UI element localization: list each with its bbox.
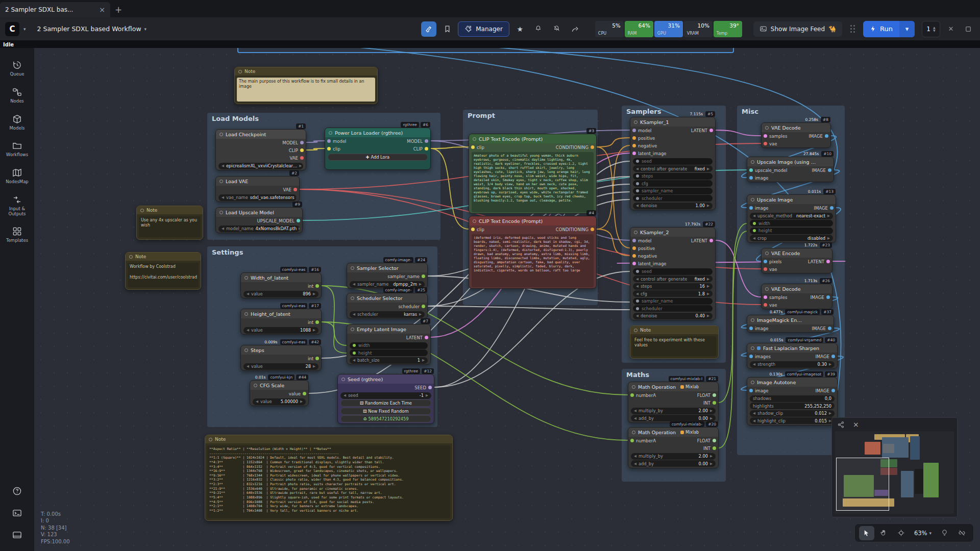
collapse-icon[interactable]: [751, 198, 754, 202]
input-slot-model[interactable]: model: [632, 128, 651, 133]
node-image-autotone-39[interactable]: 0.130scomfyui-imagesot#39Image Autotonei…: [747, 377, 838, 425]
output-slot-image[interactable]: IMAGE: [809, 134, 828, 139]
node-math-operation-20[interactable]: comfyui-mixlab-#20Math OperationMixlabnu…: [628, 427, 719, 468]
node-title[interactable]: KSampler_2: [630, 228, 715, 237]
minimap-close-icon[interactable]: ×: [853, 420, 859, 429]
node-title[interactable]: Seed (rgthree): [338, 374, 434, 384]
output-slot-image[interactable]: IMAGE: [812, 168, 831, 173]
share-button[interactable]: [568, 21, 583, 37]
share-nodes-icon[interactable]: [837, 421, 845, 429]
decrement-arrow[interactable]: ◀: [247, 292, 249, 296]
input-slot-samples[interactable]: samples: [764, 295, 787, 300]
input-slot-vae[interactable]: vae: [764, 141, 777, 146]
input-slot-image[interactable]: image: [749, 206, 768, 211]
decrement-arrow[interactable]: ◀: [247, 364, 249, 368]
linked-widget-steps[interactable]: steps: [633, 173, 713, 180]
linked-widget-height[interactable]: height: [350, 349, 428, 356]
increment-arrow[interactable]: ▶: [827, 236, 830, 240]
node-title[interactable]: Math OperationMixlab: [628, 428, 718, 437]
node-math-operation-21[interactable]: comfyui-mixlab-l#21Math OperationMixlabn…: [628, 382, 719, 423]
collapse-icon[interactable]: [473, 137, 476, 141]
decrement-arrow[interactable]: ◀: [634, 409, 636, 413]
output-slot-vae[interactable]: VAE: [283, 187, 297, 192]
decrement-arrow[interactable]: ◀: [636, 204, 639, 208]
collapse-icon[interactable]: [329, 131, 332, 135]
increment-arrow[interactable]: ▶: [300, 399, 303, 404]
button-randomize-each-time[interactable]: ⚄ Randomize Each Time: [340, 399, 431, 407]
widget-value[interactable]: ◀value28▶: [243, 363, 318, 370]
decrement-arrow[interactable]: ◀: [222, 195, 224, 199]
output-slot-image[interactable]: IMAGE: [814, 206, 834, 211]
collapse-icon[interactable]: [351, 328, 354, 331]
output-slot-float[interactable]: FLOAT: [697, 438, 716, 443]
widget-upscale-method[interactable]: ◀upscale_methodnearest-exact▶: [750, 213, 833, 219]
run-options-chevron[interactable]: ▾: [899, 21, 915, 37]
decrement-arrow[interactable]: ◀: [222, 227, 224, 231]
note-title[interactable]: Note: [630, 326, 718, 334]
increment-arrow[interactable]: ▶: [313, 364, 315, 368]
decrement-arrow[interactable]: ◀: [247, 328, 249, 332]
collapse-icon[interactable]: [244, 276, 248, 280]
widget-control-after-generate[interactable]: ◀control after generatefixed▶: [633, 165, 713, 172]
node-title[interactable]: Image Autotone: [747, 378, 837, 387]
output-slot-float[interactable]: FLOAT: [697, 393, 716, 398]
output-slot-int[interactable]: int: [308, 320, 319, 325]
collapse-icon[interactable]: [244, 312, 248, 316]
manager-button[interactable]: Manager: [458, 21, 509, 37]
node-title[interactable]: KSampler_1: [630, 117, 715, 127]
increment-arrow[interactable]: ▶: [707, 314, 709, 318]
node-title[interactable]: Power Lora Loader (rgthree): [325, 128, 430, 137]
button-589547210292459[interactable]: ♻ 589547210292459: [340, 415, 431, 422]
collapse-icon[interactable]: [219, 180, 223, 183]
input-slot-image[interactable]: image: [749, 326, 768, 331]
output-slot-latent[interactable]: LATENT: [691, 238, 713, 243]
collapse-icon[interactable]: [473, 219, 476, 223]
linked-widget-scheduler[interactable]: scheduler: [633, 305, 713, 312]
collapse-icon[interactable]: [209, 438, 212, 441]
workflow-tab[interactable]: 2 Sampler SDXL bas... ×: [0, 2, 110, 17]
node-vae-decode-26[interactable]: 1.713s#26VAE DecodesamplesIMAGEvae: [761, 284, 832, 309]
output-slot-conditioning[interactable]: CONDITIONING: [556, 227, 594, 232]
input-slot-negative[interactable]: negative: [632, 254, 657, 259]
widget-value[interactable]: ◀value5.00000▶: [253, 398, 306, 405]
collapse-icon[interactable]: [632, 385, 635, 389]
collapse-icon[interactable]: [751, 160, 754, 164]
node-vae-decode-8[interactable]: 0.258s#8VAE DecodesamplesIMAGEvae: [761, 122, 831, 148]
input-slot-positive[interactable]: positive: [632, 246, 655, 251]
note-purpose[interactable]: NoteThe main purpose of this workflow is…: [234, 67, 378, 104]
minimap-viewport[interactable]: [836, 458, 889, 511]
input-slot-pixels[interactable]: pixels: [764, 259, 782, 264]
node-title[interactable]: Load VAE: [216, 177, 299, 186]
notifications-button[interactable]: [531, 21, 546, 37]
logo-menu-chevron-icon[interactable]: ▾: [23, 27, 26, 32]
increment-arrow[interactable]: ▶: [710, 409, 713, 413]
output-slot-vae[interactable]: VAE: [290, 156, 304, 161]
collapse-icon[interactable]: [219, 133, 223, 136]
widget-denoise[interactable]: ◀denoise0.40▶: [633, 313, 713, 319]
node-load-upscale-model-9[interactable]: #9Load Upscale ModelUPSCALE_MODEL◀model_…: [215, 207, 303, 233]
linked-widget-sampler-name[interactable]: sampler_name: [633, 188, 713, 194]
node-title[interactable]: VAE Decode: [762, 123, 830, 132]
collapse-icon[interactable]: [751, 381, 754, 384]
decrement-arrow[interactable]: ◀: [353, 312, 355, 316]
node-title[interactable]: Scheduler Selector: [347, 293, 427, 303]
output-slot-int[interactable]: int: [308, 284, 319, 289]
decrement-arrow[interactable]: ◀: [222, 164, 224, 168]
node-title[interactable]: Load Checkpoint: [216, 130, 306, 139]
increment-arrow[interactable]: ▶: [422, 358, 425, 362]
input-slot-samples[interactable]: samples: [764, 134, 787, 139]
collapse-icon[interactable]: [765, 126, 769, 130]
decrement-arrow[interactable]: ◀: [634, 462, 636, 466]
node-title[interactable]: CLIP Text Encode (Prompt): [469, 216, 596, 226]
input-slot-image[interactable]: image: [749, 176, 768, 181]
decrement-arrow[interactable]: ◀: [636, 277, 639, 281]
decrement-arrow[interactable]: ◀: [753, 214, 755, 218]
input-slot-vae[interactable]: vae: [764, 267, 777, 272]
run-button-main[interactable]: Run: [863, 25, 899, 33]
bookmark-button[interactable]: [439, 21, 455, 37]
node-height-of-latent-17[interactable]: comfyui-eas#17Height_of_latentint◀value1…: [240, 309, 322, 335]
input-slot-vae[interactable]: vae: [764, 303, 777, 308]
node-title[interactable]: Load Upscale Model: [216, 208, 302, 217]
note-title[interactable]: Note: [235, 67, 377, 76]
linked-widget-seed[interactable]: seed: [633, 268, 713, 275]
